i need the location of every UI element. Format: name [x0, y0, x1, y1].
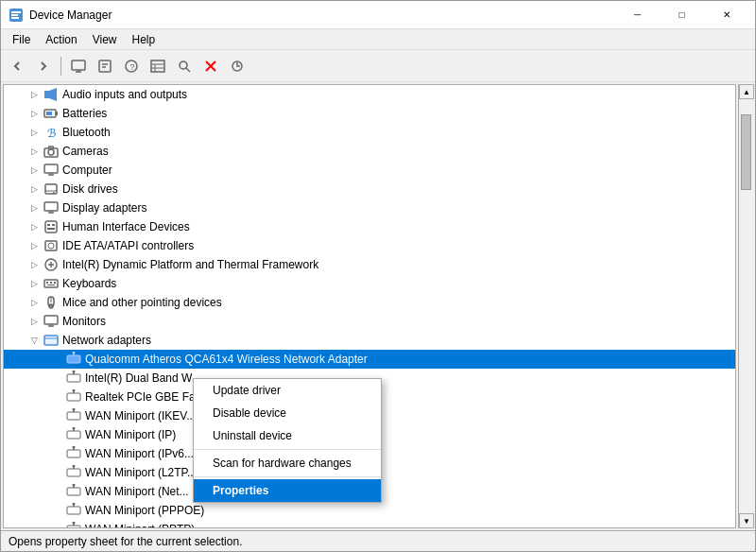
svg-rect-42	[67, 355, 80, 363]
diskdrives-label: Disk drives	[62, 182, 118, 196]
display-icon	[43, 200, 59, 216]
expand-wan-pptp	[49, 522, 64, 528]
toolbar-separator-1	[60, 57, 61, 76]
computer-icon	[43, 163, 59, 178]
intel-dual-icon	[66, 371, 81, 386]
list-view-button[interactable]	[146, 54, 170, 78]
menu-file[interactable]: File	[5, 31, 38, 48]
expand-computer[interactable]: ▷	[26, 163, 42, 178]
back-button[interactable]	[5, 54, 29, 78]
menu-view[interactable]: View	[85, 31, 125, 48]
svg-point-47	[73, 371, 76, 373]
minimize-button[interactable]: ─	[616, 1, 659, 29]
scan-button[interactable]	[172, 54, 197, 78]
wan-ikev2-label: WAN Miniport (IKEV...	[85, 409, 196, 423]
scroll-thumb[interactable]	[741, 114, 751, 190]
device-manager-window: Device Manager ─ □ ✕ File Action View He…	[0, 0, 756, 552]
expand-intel[interactable]: ▷	[26, 257, 42, 272]
tree-item-qualcomm[interactable]: Qualcomm Atheros QCA61x4 Wireless Networ…	[4, 350, 735, 369]
expand-mice[interactable]: ▷	[26, 295, 42, 310]
svg-point-44	[73, 352, 76, 354]
context-menu-update-driver[interactable]: Update driver	[194, 379, 381, 402]
expand-batteries[interactable]: ▷	[26, 106, 42, 121]
context-menu-scan-hardware[interactable]: Scan for hardware changes	[194, 452, 381, 474]
svg-rect-63	[67, 488, 80, 495]
expand-diskdrives[interactable]: ▷	[26, 181, 42, 197]
help-button[interactable]: ?	[119, 54, 144, 78]
svg-rect-27	[47, 228, 55, 230]
tree-item-computer[interactable]: ▷ Computer	[4, 161, 735, 180]
tree-item-display[interactable]: ▷ Display adapters	[4, 198, 735, 217]
tree-item-diskdrives[interactable]: ▷ Disk drives	[4, 180, 735, 198]
vertical-scrollbar[interactable]: ▲ ▼	[738, 84, 753, 528]
qualcomm-icon	[66, 352, 81, 367]
scroll-down-button[interactable]: ▼	[739, 513, 754, 528]
expand-display[interactable]: ▷	[26, 200, 42, 216]
qualcomm-label: Qualcomm Atheros QCA61x4 Wireless Networ…	[85, 353, 368, 366]
hid-label: Human Interface Devices	[62, 220, 190, 233]
tree-item-batteries[interactable]: ▷ Batteries	[4, 104, 735, 123]
tree-item-wan-pppoe[interactable]: WAN Miniport (PPPOE)	[4, 501, 735, 520]
menu-help[interactable]: Help	[125, 31, 163, 48]
svg-text:ℬ: ℬ	[47, 127, 56, 140]
status-text: Opens property sheet for the current sel…	[9, 535, 242, 548]
update-button[interactable]	[225, 54, 249, 78]
intel-label: Intel(R) Dynamic Platform and Thermal Fr…	[62, 258, 318, 271]
context-menu-properties[interactable]: Properties	[194, 479, 381, 502]
computer-button[interactable]	[66, 54, 91, 78]
menu-action[interactable]: Action	[38, 31, 84, 48]
context-menu-uninstall-device[interactable]: Uninstall device	[194, 424, 381, 447]
remove-button[interactable]	[198, 54, 223, 78]
tree-item-ideata[interactable]: ▷ IDE ATA/ATAPI controllers	[4, 236, 735, 255]
svg-point-56	[73, 427, 76, 430]
expand-ideata[interactable]: ▷	[26, 238, 42, 253]
wan-ip-icon	[66, 427, 81, 442]
forward-button[interactable]	[31, 54, 56, 78]
svg-rect-35	[47, 285, 55, 285]
tree-item-keyboards[interactable]: ▷ Keyboards	[4, 274, 735, 293]
svg-rect-57	[67, 450, 80, 457]
expand-network[interactable]: ▽	[26, 333, 42, 348]
tree-item-cameras[interactable]: ▷ Cameras	[4, 142, 735, 161]
properties-button[interactable]	[93, 54, 117, 78]
svg-point-9	[180, 61, 187, 69]
close-button[interactable]: ✕	[705, 1, 747, 29]
svg-rect-34	[54, 282, 56, 284]
menu-bar: File Action View Help	[1, 29, 755, 50]
expand-wan-ikev2	[49, 408, 64, 423]
scroll-up-button[interactable]: ▲	[739, 84, 754, 99]
tree-item-bluetooth[interactable]: ▷ ℬ Bluetooth	[4, 123, 735, 142]
device-tree[interactable]: ▷ Audio inputs and outputs ▷ Batteries ▷…	[3, 84, 736, 528]
tree-item-intel[interactable]: ▷ Intel(R) Dynamic Platform and Thermal …	[4, 255, 735, 274]
expand-bluetooth[interactable]: ▷	[26, 125, 42, 140]
tree-item-wan-pptp[interactable]: WAN Miniport (PPTP)	[4, 520, 735, 528]
cameras-icon	[43, 144, 59, 159]
expand-audio[interactable]: ▷	[26, 87, 42, 102]
svg-rect-25	[47, 224, 50, 226]
mice-label: Mice and other pointing devices	[62, 296, 222, 309]
window-title: Device Manager	[29, 9, 616, 22]
svg-rect-40	[44, 336, 58, 345]
svg-rect-24	[45, 221, 57, 233]
intel-dual-label: Intel(R) Dual Band W...	[85, 371, 201, 385]
tree-item-audio[interactable]: ▷ Audio inputs and outputs	[4, 85, 735, 104]
tree-item-network[interactable]: ▽ Network adapters	[4, 331, 735, 350]
wan-ipv6-icon	[66, 446, 81, 461]
expand-hid[interactable]: ▷	[26, 219, 42, 234]
tree-item-mice[interactable]: ▷ Mice and other pointing devices	[4, 293, 735, 312]
wan-pppoe-icon	[66, 503, 81, 518]
hid-icon	[43, 219, 59, 234]
monitors-icon	[43, 314, 59, 329]
context-menu-disable-device[interactable]: Disable device	[194, 402, 381, 424]
tree-item-hid[interactable]: ▷ Human Interface Devices	[4, 217, 735, 236]
bluetooth-label: Bluetooth	[62, 126, 111, 139]
expand-cameras[interactable]: ▷	[26, 144, 42, 159]
network-label: Network adapters	[62, 334, 151, 347]
network-icon	[43, 333, 59, 348]
svg-rect-14	[56, 112, 58, 115]
tree-item-monitors[interactable]: ▷ Monitors	[4, 312, 735, 331]
expand-keyboards[interactable]: ▷	[26, 276, 42, 291]
wan-ipv6-label: WAN Miniport (IPv6...	[85, 447, 194, 460]
expand-monitors[interactable]: ▷	[26, 314, 42, 329]
maximize-button[interactable]: □	[661, 1, 703, 29]
